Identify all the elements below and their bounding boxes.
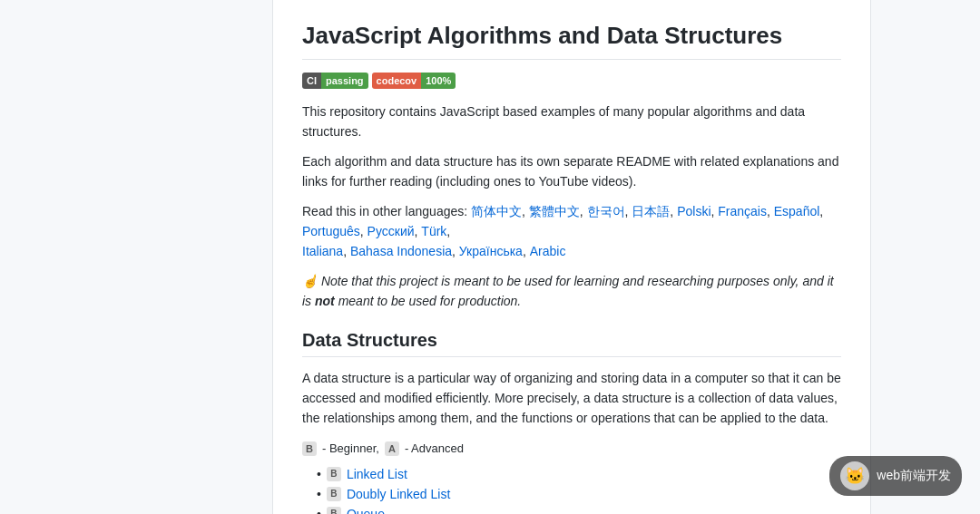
doubly-linked-list-link[interactable]: Doubly Linked List (347, 487, 450, 501)
lang-link-polish[interactable]: Polski (677, 204, 710, 218)
note-line: ☝ Note that this project is meant to be … (302, 271, 841, 312)
list-item: B Doubly Linked List (317, 487, 841, 501)
ci-badge-value: passing (321, 73, 368, 89)
advanced-badge: A (385, 441, 399, 456)
note-bold: not (315, 294, 335, 308)
list-item: B Queue (317, 507, 841, 514)
ci-badge: CI passing (302, 73, 368, 89)
badges-container: CI passing codecov 100% (302, 73, 841, 89)
languages-line: Read this in other languages: 简体中文, 繁體中文… (302, 201, 841, 262)
data-structures-list: B Linked List B Doubly Linked List B Que… (302, 467, 841, 514)
lang-link-russian[interactable]: Русский (368, 224, 415, 238)
legend-line: B - Beginner, A - Advanced (302, 441, 841, 456)
ci-badge-label: CI (302, 73, 321, 89)
content-area: JavaScript Algorithms and Data Structure… (272, 0, 871, 514)
lang-link-spanish[interactable]: Español (774, 204, 820, 218)
description-1: This repository contains JavaScript base… (302, 102, 841, 142)
description-2: Each algorithm and data structure has it… (302, 151, 841, 192)
watermark-text: web前端开发 (877, 468, 951, 484)
lang-link-korean[interactable]: 한국어 (587, 204, 625, 218)
watermark-icon: 🐱 (840, 461, 869, 490)
list-item: B Linked List (317, 467, 841, 481)
codecov-badge: codecov 100% (372, 73, 456, 89)
lang-link-portuguese[interactable]: Português (302, 224, 360, 238)
level-badge-linked-list: B (327, 467, 341, 481)
advanced-label: - Advanced (405, 441, 464, 455)
level-badge-doubly-linked: B (327, 487, 341, 501)
watermark: 🐱 web前端开发 (829, 456, 962, 496)
note-emoji: ☝ (302, 274, 318, 288)
beginner-badge: B (302, 441, 317, 456)
lang-link-simplified-chinese[interactable]: 简体中文 (471, 204, 522, 218)
languages-prefix: Read this in other languages: (302, 204, 467, 218)
data-structures-heading: Data Structures (302, 330, 841, 357)
lang-link-italian[interactable]: Italiana (302, 244, 343, 258)
beginner-label: - Beginner, (322, 441, 379, 455)
lang-link-turkish[interactable]: Türk (421, 224, 446, 238)
lang-link-arabic[interactable]: Arabic (530, 244, 566, 258)
section-description: A data structure is a particular way of … (302, 368, 841, 429)
lang-link-bahasa[interactable]: Bahasa Indonesia (350, 244, 452, 258)
queue-link[interactable]: Queue (347, 507, 385, 514)
note-text-after: meant to be used for production. (338, 294, 522, 308)
linked-list-link[interactable]: Linked List (347, 467, 407, 481)
lang-link-ukrainian[interactable]: Українська (459, 244, 523, 258)
page-wrapper: JavaScript Algorithms and Data Structure… (0, 0, 980, 514)
codecov-badge-label: codecov (372, 73, 422, 89)
lang-link-french[interactable]: Français (718, 204, 767, 218)
page-title: JavaScript Algorithms and Data Structure… (302, 22, 841, 60)
codecov-badge-value: 100% (421, 73, 456, 89)
lang-link-traditional-chinese[interactable]: 繁體中文 (529, 204, 580, 218)
lang-link-japanese[interactable]: 日本語 (632, 204, 670, 218)
level-badge-queue: B (327, 507, 341, 514)
